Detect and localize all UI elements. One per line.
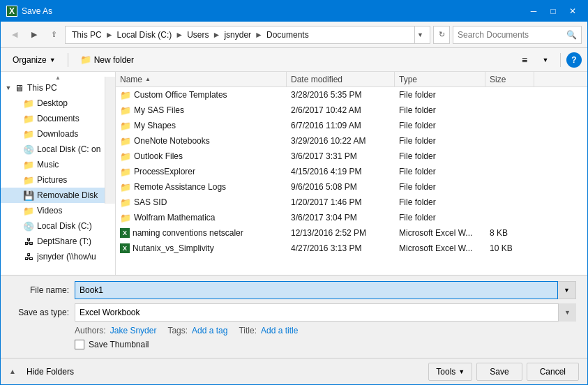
- search-input[interactable]: [458, 30, 564, 40]
- file-type-cell: File folder: [395, 182, 485, 192]
- tools-arrow-icon: ▼: [458, 368, 465, 375]
- filename-input[interactable]: [75, 281, 558, 299]
- filename-row: File name: ▼: [12, 281, 576, 299]
- sort-arrow-icon: ▲: [145, 76, 151, 82]
- table-row[interactable]: 📁Remote Assistance Logs 9/6/2016 5:08 PM…: [116, 179, 587, 195]
- file-type-cell: File folder: [395, 213, 485, 222]
- forward-button[interactable]: ▶: [26, 27, 43, 43]
- form-meta: Authors: Jake Snyder Tags: Add a tag Tit…: [12, 326, 576, 335]
- file-date-cell: 3/6/2017 3:31 PM: [287, 151, 395, 161]
- nav-item-downloads[interactable]: ▶ 📁 Downloads: [1, 126, 115, 142]
- file-type-cell: File folder: [395, 121, 485, 130]
- nav-item-jsnyder[interactable]: ▶ 🖧 jsnyder (\\how\u: [1, 249, 115, 264]
- folder-icon: 📁: [120, 182, 131, 192]
- nav-item-this-pc[interactable]: ▼ 🖥 This PC: [1, 80, 115, 96]
- back-button[interactable]: ◀: [6, 27, 23, 43]
- nav-item-desktop[interactable]: ▶ 📁 Desktop: [1, 96, 115, 111]
- view-options-button[interactable]: ≡: [515, 51, 534, 69]
- table-row[interactable]: Xnaming conventions netscaler 12/13/2016…: [116, 225, 587, 241]
- scroll-up-indicator: ▲: [1, 75, 115, 80]
- column-header-size[interactable]: Size: [485, 72, 534, 87]
- help-button[interactable]: ?: [566, 52, 582, 68]
- minimize-button[interactable]: ─: [525, 3, 543, 19]
- file-date-cell: 1/20/2017 1:46 PM: [287, 197, 395, 207]
- file-date-cell: 4/15/2016 4:19 PM: [287, 167, 395, 176]
- column-header-name[interactable]: Name ▲: [116, 72, 287, 87]
- new-folder-button[interactable]: 📁 New folder: [74, 51, 140, 69]
- file-date-cell: 4/27/2016 3:13 PM: [287, 243, 395, 253]
- save-button[interactable]: Save: [476, 363, 522, 381]
- file-name-cell: 📁SAS SID: [116, 197, 287, 208]
- nav-item-videos[interactable]: ▶ 📁 Videos: [1, 203, 115, 218]
- savetype-select[interactable]: Excel Workbook: [75, 303, 576, 322]
- table-row[interactable]: 📁OneNote Notebooks 3/29/2016 10:22 AM Fi…: [116, 133, 587, 149]
- folder-icon: 📁: [120, 136, 131, 146]
- nav-item-documents[interactable]: ▶ 📁 Documents: [1, 111, 115, 126]
- thumbnail-checkbox[interactable]: [75, 340, 84, 349]
- tools-button[interactable]: Tools ▼: [428, 363, 472, 381]
- column-header-date[interactable]: Date modified: [287, 72, 395, 87]
- table-row[interactable]: 📁My Shapes 6/7/2016 11:09 AM File folder: [116, 118, 587, 133]
- file-list: Name ▲ Date modified Type Size 📁Custom O…: [116, 72, 587, 275]
- nav-item-removable-disk[interactable]: ▶ 💾 Removable Disk: [1, 188, 115, 203]
- table-row[interactable]: 📁Wolfram Mathematica 3/6/2017 3:04 PM Fi…: [116, 210, 587, 225]
- nav-item-local-disk-c[interactable]: ▶ 💿 Local Disk (C: on: [1, 142, 115, 157]
- hide-folders-button[interactable]: Hide Folders: [19, 363, 82, 381]
- nav-label: jsnyder (\\how\u: [37, 252, 96, 262]
- network-disk-icon: 🖧: [23, 236, 34, 247]
- nav-item-deptshare[interactable]: ▶ 🖧 DeptShare (T:): [1, 234, 115, 249]
- tags-value[interactable]: Add a tag: [192, 326, 227, 335]
- authors-value[interactable]: Jake Snyder: [110, 326, 157, 335]
- nav-label: Videos: [37, 206, 62, 216]
- file-name-cell: 📁ProcessExplorer: [116, 167, 287, 177]
- folder-icon: 📁: [120, 167, 131, 177]
- title-value[interactable]: Add a title: [261, 326, 298, 335]
- breadcrumb-this-pc[interactable]: This PC: [70, 30, 104, 40]
- organize-button[interactable]: Organize ▼: [6, 51, 62, 69]
- close-button[interactable]: ✕: [564, 3, 582, 19]
- file-date-cell: 12/13/2016 2:52 PM: [287, 228, 395, 238]
- authors-group: Authors: Jake Snyder: [75, 326, 156, 335]
- view-dropdown-button[interactable]: ▼: [536, 51, 555, 69]
- cancel-button[interactable]: Cancel: [527, 363, 579, 381]
- filename-dropdown-arrow[interactable]: ▼: [558, 281, 576, 299]
- breadcrumb-jsnyder[interactable]: jsnyder: [222, 30, 253, 40]
- table-row[interactable]: 📁SAS SID 1/20/2017 1:46 PM File folder: [116, 195, 587, 210]
- breadcrumb-users[interactable]: Users: [185, 30, 211, 40]
- up-button[interactable]: ⇧: [45, 27, 62, 43]
- nav-item-local-disk[interactable]: ▶ 💿 Local Disk (C:): [1, 218, 115, 234]
- breadcrumb-documents[interactable]: Documents: [264, 30, 311, 40]
- thumbnail-label[interactable]: Save Thumbnail: [89, 340, 149, 349]
- save-as-dialog: X Save As ─ □ ✕ ◀ ▶ ⇧ This PC ► Local Di…: [0, 0, 588, 385]
- file-type-cell: File folder: [395, 151, 485, 161]
- title-label: Title:: [239, 326, 257, 335]
- bottom-form: File name: ▼ Save as type: Excel Workboo…: [1, 275, 587, 358]
- title-bar: X Save As ─ □ ✕: [1, 1, 587, 22]
- file-date-cell: 6/7/2016 11:09 AM: [287, 121, 395, 130]
- footer-right: Tools ▼ Save Cancel: [428, 363, 579, 381]
- tags-group: Tags: Add a tag: [167, 326, 227, 335]
- breadcrumb-dropdown-arrow[interactable]: ▼: [414, 26, 425, 44]
- authors-label: Authors:: [75, 326, 106, 335]
- nav-item-pictures[interactable]: ▶ 📁 Pictures: [1, 172, 115, 188]
- table-row[interactable]: 📁Custom Office Templates 3/28/2016 5:35 …: [116, 87, 587, 103]
- table-row[interactable]: 📁ProcessExplorer 4/15/2016 4:19 PM File …: [116, 164, 587, 179]
- nav-item-music[interactable]: ▶ 📁 Music: [1, 157, 115, 172]
- table-row[interactable]: XNutanix_vs_Simplivity 4/27/2016 3:13 PM…: [116, 241, 587, 256]
- disk-icon: 💿: [23, 144, 34, 155]
- navigation-pane: ▲ ▼ 🖥 This PC ▶ 📁 Desktop ▶ 📁 Documents …: [1, 72, 116, 275]
- savetype-row: Save as type: Excel Workbook ▼: [12, 303, 576, 322]
- table-row[interactable]: 📁My SAS Files 2/6/2017 10:42 AM File fol…: [116, 103, 587, 118]
- excel-app-icon: X: [6, 6, 17, 17]
- folder-icon: 📁: [23, 205, 34, 216]
- file-date-cell: 3/6/2017 3:04 PM: [287, 213, 395, 222]
- file-type-cell: File folder: [395, 167, 485, 176]
- breadcrumb-local-disk[interactable]: Local Disk (C:): [115, 30, 174, 40]
- table-row[interactable]: 📁Outlook Files 3/6/2017 3:31 PM File fol…: [116, 149, 587, 164]
- refresh-button[interactable]: ↻: [433, 26, 450, 44]
- maximize-button[interactable]: □: [544, 3, 562, 19]
- column-header-type[interactable]: Type: [395, 72, 485, 87]
- nav-label: Music: [37, 160, 59, 169]
- file-name-cell: 📁OneNote Notebooks: [116, 136, 287, 146]
- toolbar-right: ≡ ▼ ?: [515, 51, 582, 69]
